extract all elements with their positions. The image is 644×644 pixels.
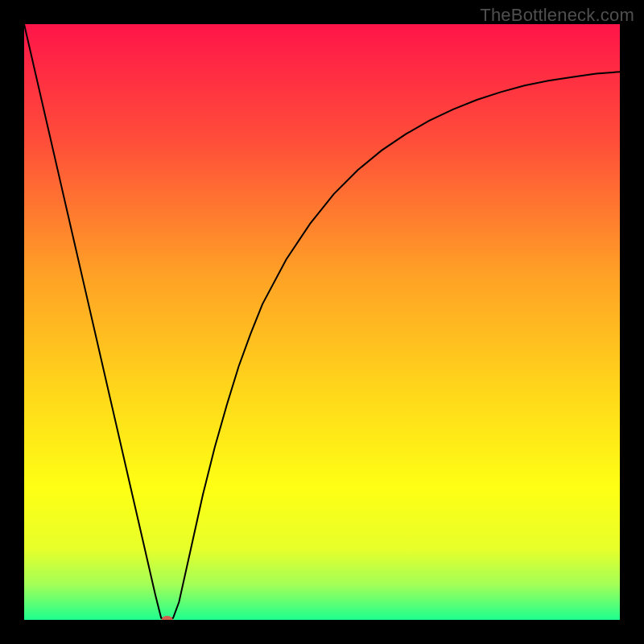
gradient-background bbox=[24, 24, 620, 620]
chart-frame: TheBottleneck.com bbox=[0, 0, 644, 644]
watermark-text: TheBottleneck.com bbox=[480, 5, 634, 26]
chart-plot bbox=[24, 24, 620, 620]
